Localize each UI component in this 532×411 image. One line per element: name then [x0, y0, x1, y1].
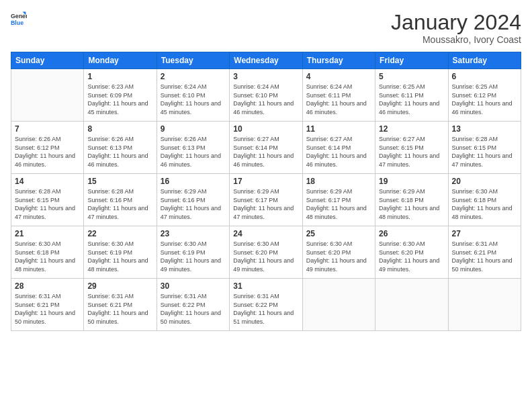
day-number: 3: [233, 72, 298, 81]
day-info: Sunrise: 6:29 AMSunset: 6:17 PMDaylight:…: [306, 187, 371, 221]
day-info: Sunrise: 6:23 AMSunset: 6:09 PMDaylight:…: [87, 83, 152, 116]
col-sunday: Sunday: [11, 52, 84, 69]
calendar-cell: 2Sunrise: 6:24 AMSunset: 6:10 PMDaylight…: [157, 69, 229, 122]
day-number: 1: [87, 72, 152, 81]
day-info: Sunrise: 6:31 AMSunset: 6:22 PMDaylight:…: [161, 292, 226, 326]
svg-text:General: General: [11, 13, 27, 19]
calendar-cell: 21Sunrise: 6:30 AMSunset: 6:18 PMDayligh…: [11, 226, 84, 279]
day-number: 7: [15, 124, 80, 134]
day-number: 21: [15, 229, 80, 238]
day-number: 17: [233, 177, 298, 186]
calendar-cell: 19Sunrise: 6:29 AMSunset: 6:18 PMDayligh…: [375, 174, 448, 226]
day-info: Sunrise: 6:26 AMSunset: 6:13 PMDaylight:…: [87, 135, 152, 169]
svg-text:Blue: Blue: [11, 19, 24, 26]
day-info: Sunrise: 6:30 AMSunset: 6:18 PMDaylight:…: [15, 240, 80, 273]
day-info: Sunrise: 6:29 AMSunset: 6:16 PMDaylight:…: [161, 187, 226, 221]
calendar-cell: 30Sunrise: 6:31 AMSunset: 6:22 PMDayligh…: [157, 279, 229, 331]
day-info: Sunrise: 6:28 AMSunset: 6:15 PMDaylight:…: [452, 135, 517, 169]
day-number: 14: [15, 177, 80, 186]
col-friday: Friday: [375, 52, 448, 69]
day-info: Sunrise: 6:30 AMSunset: 6:19 PMDaylight:…: [87, 240, 152, 273]
calendar-cell: 10Sunrise: 6:27 AMSunset: 6:14 PMDayligh…: [230, 122, 302, 174]
day-number: 5: [379, 72, 444, 81]
calendar-week-2: 7Sunrise: 6:26 AMSunset: 6:12 PMDaylight…: [11, 122, 521, 174]
day-number: 13: [452, 124, 517, 134]
calendar-cell: 26Sunrise: 6:30 AMSunset: 6:20 PMDayligh…: [375, 226, 448, 279]
day-info: Sunrise: 6:29 AMSunset: 6:17 PMDaylight:…: [233, 187, 298, 221]
col-wednesday: Wednesday: [230, 52, 302, 69]
day-number: 24: [233, 229, 298, 238]
day-number: 27: [452, 229, 517, 238]
day-info: Sunrise: 6:26 AMSunset: 6:12 PMDaylight:…: [15, 135, 80, 169]
day-number: 11: [306, 124, 371, 134]
calendar-cell: 4Sunrise: 6:24 AMSunset: 6:11 PMDaylight…: [302, 69, 375, 122]
title-block: January 2024 Moussakro, Ivory Coast: [391, 11, 521, 45]
day-number: 18: [306, 177, 371, 186]
page: General Blue January 2024 Moussakro, Ivo…: [0, 0, 532, 411]
calendar-cell: 20Sunrise: 6:30 AMSunset: 6:18 PMDayligh…: [448, 174, 521, 226]
calendar-cell: 7Sunrise: 6:26 AMSunset: 6:12 PMDaylight…: [11, 122, 84, 174]
calendar-cell: 8Sunrise: 6:26 AMSunset: 6:13 PMDaylight…: [84, 122, 157, 174]
calendar-cell: [302, 279, 375, 331]
header: General Blue January 2024 Moussakro, Ivo…: [11, 11, 521, 45]
day-number: 16: [161, 177, 226, 186]
calendar-week-3: 14Sunrise: 6:28 AMSunset: 6:15 PMDayligh…: [11, 174, 521, 226]
day-info: Sunrise: 6:30 AMSunset: 6:19 PMDaylight:…: [161, 240, 226, 273]
day-number: 31: [233, 281, 298, 291]
day-info: Sunrise: 6:25 AMSunset: 6:11 PMDaylight:…: [379, 83, 444, 116]
calendar-cell: 28Sunrise: 6:31 AMSunset: 6:21 PMDayligh…: [11, 279, 84, 331]
calendar-week-1: 1Sunrise: 6:23 AMSunset: 6:09 PMDaylight…: [11, 69, 521, 122]
day-info: Sunrise: 6:31 AMSunset: 6:21 PMDaylight:…: [452, 240, 517, 273]
day-number: 12: [379, 124, 444, 134]
col-saturday: Saturday: [448, 52, 521, 69]
day-number: 28: [15, 281, 80, 291]
calendar-cell: 6Sunrise: 6:25 AMSunset: 6:12 PMDaylight…: [448, 69, 521, 122]
day-number: 10: [233, 124, 298, 134]
calendar-cell: 23Sunrise: 6:30 AMSunset: 6:19 PMDayligh…: [157, 226, 229, 279]
calendar-cell: 3Sunrise: 6:24 AMSunset: 6:10 PMDaylight…: [230, 69, 302, 122]
calendar-cell: 5Sunrise: 6:25 AMSunset: 6:11 PMDaylight…: [375, 69, 448, 122]
day-number: 15: [87, 177, 152, 186]
calendar-cell: 17Sunrise: 6:29 AMSunset: 6:17 PMDayligh…: [230, 174, 302, 226]
day-number: 19: [379, 177, 444, 186]
day-number: 25: [306, 229, 371, 238]
calendar-cell: 22Sunrise: 6:30 AMSunset: 6:19 PMDayligh…: [84, 226, 157, 279]
calendar-header-row: Sunday Monday Tuesday Wednesday Thursday…: [11, 52, 521, 69]
calendar-cell: 13Sunrise: 6:28 AMSunset: 6:15 PMDayligh…: [448, 122, 521, 174]
col-thursday: Thursday: [302, 52, 375, 69]
day-info: Sunrise: 6:28 AMSunset: 6:15 PMDaylight:…: [15, 187, 80, 221]
calendar-week-4: 21Sunrise: 6:30 AMSunset: 6:18 PMDayligh…: [11, 226, 521, 279]
day-number: 30: [161, 281, 226, 291]
day-info: Sunrise: 6:30 AMSunset: 6:18 PMDaylight:…: [452, 187, 517, 221]
calendar-cell: 12Sunrise: 6:27 AMSunset: 6:15 PMDayligh…: [375, 122, 448, 174]
calendar-cell: 15Sunrise: 6:28 AMSunset: 6:16 PMDayligh…: [84, 174, 157, 226]
day-info: Sunrise: 6:30 AMSunset: 6:20 PMDaylight:…: [306, 240, 371, 273]
col-tuesday: Tuesday: [157, 52, 229, 69]
location-subtitle: Moussakro, Ivory Coast: [391, 34, 521, 45]
calendar-cell: 18Sunrise: 6:29 AMSunset: 6:17 PMDayligh…: [302, 174, 375, 226]
calendar-cell: 11Sunrise: 6:27 AMSunset: 6:14 PMDayligh…: [302, 122, 375, 174]
day-number: 2: [161, 72, 226, 81]
day-number: 4: [306, 72, 371, 81]
day-info: Sunrise: 6:25 AMSunset: 6:12 PMDaylight:…: [452, 83, 517, 116]
calendar-cell: [375, 279, 448, 331]
calendar-week-5: 28Sunrise: 6:31 AMSunset: 6:21 PMDayligh…: [11, 279, 521, 331]
day-number: 29: [87, 281, 152, 291]
calendar-cell: 9Sunrise: 6:26 AMSunset: 6:13 PMDaylight…: [157, 122, 229, 174]
calendar-cell: 25Sunrise: 6:30 AMSunset: 6:20 PMDayligh…: [302, 226, 375, 279]
day-info: Sunrise: 6:26 AMSunset: 6:13 PMDaylight:…: [161, 135, 226, 169]
day-info: Sunrise: 6:30 AMSunset: 6:20 PMDaylight:…: [233, 240, 298, 273]
day-info: Sunrise: 6:31 AMSunset: 6:22 PMDaylight:…: [233, 292, 298, 326]
calendar-cell: [448, 279, 521, 331]
day-info: Sunrise: 6:28 AMSunset: 6:16 PMDaylight:…: [87, 187, 152, 221]
calendar-cell: [11, 69, 84, 122]
calendar-cell: 14Sunrise: 6:28 AMSunset: 6:15 PMDayligh…: [11, 174, 84, 226]
day-number: 20: [452, 177, 517, 186]
day-info: Sunrise: 6:24 AMSunset: 6:11 PMDaylight:…: [306, 83, 371, 116]
day-info: Sunrise: 6:24 AMSunset: 6:10 PMDaylight:…: [233, 83, 298, 116]
calendar-cell: 29Sunrise: 6:31 AMSunset: 6:21 PMDayligh…: [84, 279, 157, 331]
logo-icon: General Blue: [11, 11, 27, 27]
col-monday: Monday: [84, 52, 157, 69]
day-number: 26: [379, 229, 444, 238]
day-number: 23: [161, 229, 226, 238]
